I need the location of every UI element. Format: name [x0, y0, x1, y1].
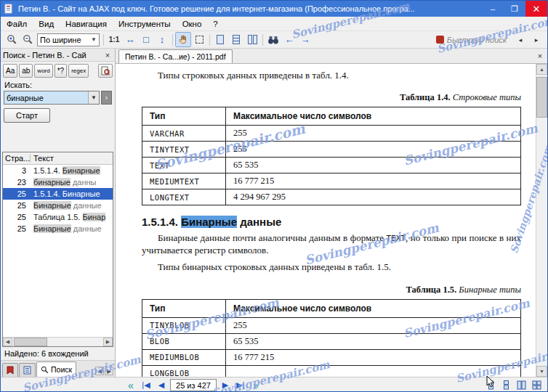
- find-previous-button[interactable]: ←: [281, 32, 297, 47]
- hand-icon: [178, 34, 188, 45]
- jump-forward-button[interactable]: »: [249, 379, 262, 392]
- result-page: 25: [3, 213, 31, 221]
- start-button[interactable]: Старт: [4, 108, 50, 123]
- result-row[interactable]: 23 бинарные данны: [3, 176, 113, 188]
- search-settings-button[interactable]: [98, 64, 113, 78]
- fit-height-button[interactable]: ↕: [154, 32, 170, 47]
- view-facing-button[interactable]: [515, 379, 528, 392]
- close-button[interactable]: ✕: [525, 1, 547, 17]
- search-panel-header: Поиск - Петин В. - Сай ×: [1, 49, 115, 62]
- table-1-4-caption: Таблица 1.4. Строковые типы: [142, 92, 521, 103]
- scroll-up-arrow[interactable]: ▲: [536, 64, 547, 75]
- scroll-down-arrow[interactable]: ▼: [536, 366, 547, 377]
- toolbar-separator: [103, 34, 104, 46]
- binoculars-icon: [267, 36, 279, 44]
- facing-view-icon: [517, 380, 526, 390]
- result-row[interactable]: 3 1.5.1.4. Бинарные: [3, 165, 113, 176]
- minimize-button[interactable]: –: [482, 1, 504, 17]
- tab-bookmarks[interactable]: [2, 363, 18, 377]
- bottom-bar: « |◀ ◀ 25 из 427 ▶ ▶| »: [1, 377, 547, 392]
- previous-page-button[interactable]: ◀: [155, 379, 168, 392]
- menu-help[interactable]: ?: [207, 18, 223, 30]
- result-row-selected[interactable]: 25 1.5.1.4. Бинарные: [3, 188, 113, 200]
- column-text[interactable]: Текст: [31, 154, 113, 163]
- zoom-in-button[interactable]: [4, 32, 20, 47]
- jump-back-button[interactable]: «: [124, 379, 137, 392]
- word-mode-toggle[interactable]: word: [34, 64, 52, 78]
- search-panel-title: Поиск - Петин В. - Сай: [3, 51, 102, 60]
- view-grid-button[interactable]: [530, 379, 543, 392]
- fit-page-button[interactable]: □: [138, 32, 154, 47]
- result-text: 1.5.1.4. Бинарные: [31, 189, 113, 198]
- scrollbar-track[interactable]: [536, 118, 547, 366]
- column-page[interactable]: Стра...: [3, 154, 31, 163]
- layout-continuous-button[interactable]: [228, 32, 244, 47]
- find-button[interactable]: [265, 32, 281, 47]
- tab-contents[interactable]: [19, 363, 36, 377]
- combo-dropdown-button[interactable]: ▼: [88, 91, 99, 104]
- menu-tools[interactable]: Инструменты: [113, 18, 177, 30]
- find-next-button[interactable]: →: [297, 32, 313, 47]
- search-go-button[interactable]: ›: [101, 91, 112, 105]
- page-navigation: « |◀ ◀ 25 из 427 ▶ ▶| »: [124, 379, 262, 392]
- toolbar-separator: [209, 34, 210, 46]
- zoom-out-button[interactable]: [20, 32, 36, 47]
- scrollbar-thumb[interactable]: [536, 77, 547, 118]
- quick-search[interactable]: Быстрый поиск: [436, 36, 507, 44]
- app-icon: [4, 4, 15, 14]
- grid-view-icon: [532, 380, 541, 390]
- found-status: Найдено: 6 вхождений: [1, 347, 115, 360]
- scrollbar-thumb[interactable]: [14, 338, 47, 346]
- menu-view[interactable]: Вид: [33, 18, 60, 30]
- toolbar-scroll-right-button[interactable]: ▸: [528, 32, 544, 47]
- results-horizontal-scrollbar[interactable]: ◀ ▶: [3, 337, 113, 346]
- vertical-scrollbar[interactable]: ▲ ▼: [536, 64, 547, 377]
- actual-size-button[interactable]: 1:1: [106, 32, 122, 47]
- tab-search[interactable]: Поиск: [36, 362, 76, 377]
- result-text: бинарные данны: [31, 178, 113, 187]
- table-row: TINYBLOB255: [142, 317, 521, 333]
- paragraph-1: Бинарные данные почти аналогичны данным …: [142, 232, 521, 257]
- result-row[interactable]: 25 Бинарные данные: [3, 223, 113, 234]
- menu-file[interactable]: Файл: [1, 18, 33, 30]
- select-tool-button[interactable]: [191, 32, 207, 47]
- search-input[interactable]: [4, 91, 88, 104]
- tab-scroll-left-button[interactable]: ◀: [95, 367, 104, 375]
- results-empty-space: [3, 234, 113, 337]
- last-page-button[interactable]: ▶|: [234, 379, 247, 392]
- fit-width-button[interactable]: ↔: [122, 32, 138, 47]
- wildcard-toggle[interactable]: *?: [55, 64, 67, 78]
- menu-window[interactable]: Окно: [177, 18, 208, 30]
- window-title: Петин В. - Сайт на AJAX под ключ. Готово…: [18, 4, 482, 13]
- document-tab[interactable]: Петин В. - Са...ие) - 2011.pdf: [118, 49, 233, 63]
- hand-tool-button[interactable]: [175, 32, 191, 47]
- table-row: MEDIUMBLOB16 777 215: [142, 349, 521, 365]
- result-row[interactable]: 25 Таблица 1.5. Бинар: [3, 211, 113, 223]
- whole-word-toggle[interactable]: ab: [19, 64, 33, 78]
- zoom-out-icon: [23, 34, 33, 45]
- next-page-button[interactable]: ▶: [219, 379, 232, 392]
- result-row[interactable]: 25 Бинарные данные: [3, 200, 113, 211]
- table-header-max: Максимальное число символов: [226, 107, 521, 126]
- zoom-mode-select[interactable]: По ширине ▼: [37, 33, 100, 46]
- table-row: BLOB65 535: [142, 333, 521, 349]
- page-indicator[interactable]: 25 из 427: [170, 379, 217, 391]
- match-case-toggle[interactable]: Aa: [3, 64, 17, 78]
- layout-single-button[interactable]: [212, 32, 228, 47]
- first-page-button[interactable]: |◀: [140, 379, 153, 392]
- document-page[interactable]: Типы строковых данных приведены в табл. …: [116, 64, 536, 377]
- bookmark-icon: [7, 366, 14, 375]
- scroll-right-arrow[interactable]: ▶: [103, 338, 113, 346]
- result-text: Бинарные данные: [31, 224, 113, 233]
- view-single-button[interactable]: [484, 379, 497, 392]
- maximize-button[interactable]: ❐: [504, 1, 525, 17]
- layout-facing-button[interactable]: [244, 32, 260, 47]
- scroll-left-arrow[interactable]: ◀: [3, 338, 12, 346]
- regex-toggle[interactable]: regex: [68, 64, 89, 78]
- tab-scroll-right-button[interactable]: ▶: [105, 367, 113, 375]
- view-continuous-button[interactable]: [499, 379, 512, 392]
- document-close-button[interactable]: ×: [534, 50, 546, 62]
- search-panel-close-button[interactable]: ×: [102, 51, 113, 60]
- toolbar-scroll-left-button[interactable]: ◂: [512, 32, 528, 47]
- menu-navigation[interactable]: Навигация: [60, 18, 113, 30]
